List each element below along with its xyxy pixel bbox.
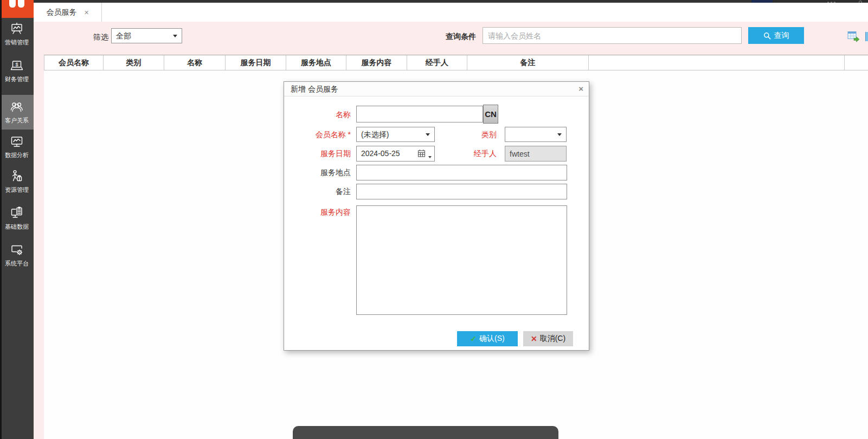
service-date-picker[interactable]: 2024-05-25 <box>356 146 435 162</box>
sidebar-item-basedata[interactable]: 基础数据 <box>0 206 34 236</box>
person-luggage-icon <box>9 169 24 184</box>
sidebar-item-analytics[interactable]: 数据分析 <box>0 134 34 165</box>
sidebar-item-resources[interactable]: 资源管理 <box>0 169 34 199</box>
presentation-chart-icon <box>9 22 24 37</box>
chevron-down-icon <box>428 156 432 158</box>
spreadsheet-export-icon <box>847 31 860 42</box>
content-left-gutter <box>34 55 44 439</box>
service-date-value: 2024-05-25 <box>361 146 400 161</box>
sidebar-item-label: 客户关系 <box>5 117 29 125</box>
tab-title: 会员服务 <box>46 8 76 17</box>
clipped-toolbar-icon[interactable] <box>865 32 868 41</box>
remark-input[interactable] <box>356 184 567 199</box>
column-header: 经手人 <box>407 55 467 70</box>
dialog-title: 新增 会员服务 <box>291 85 338 93</box>
column-header: 会员名称 <box>44 55 104 70</box>
sidebar-item-label: 数据分析 <box>5 151 29 159</box>
sidebar-item-customers[interactable]: 客户关系 <box>0 95 34 130</box>
service-location-input[interactable] <box>356 165 567 180</box>
export-excel-button[interactable] <box>847 31 860 42</box>
member-name-select[interactable]: (未选择) <box>356 127 435 142</box>
sidebar-item-label: 营销管理 <box>5 38 29 47</box>
column-header: 服务内容 <box>346 55 407 70</box>
sidebar-item-label: 基础数据 <box>5 223 29 231</box>
handler-label: 经手人 <box>436 146 497 161</box>
app-window: 营销管理 $ 财务管理 客户关系 <box>0 0 868 439</box>
svg-text:$: $ <box>15 62 18 67</box>
service-content-label: 服务内容 <box>284 204 351 220</box>
name-input[interactable] <box>356 106 483 122</box>
required-mark: * <box>348 130 351 139</box>
dialog-close-icon[interactable]: × <box>578 82 583 96</box>
service-date-label: 服务日期 <box>284 146 351 161</box>
chevron-down-icon <box>173 35 177 37</box>
sidebar-item-label: 财务管理 <box>5 75 29 83</box>
sidebar-item-finance[interactable]: $ 财务管理 <box>0 59 34 89</box>
name-label: 名称 <box>284 106 351 121</box>
cross-icon: ✕ <box>531 334 537 343</box>
customers-group-icon <box>9 100 24 115</box>
sidebar: 营销管理 $ 财务管理 客户关系 <box>0 0 34 439</box>
confirm-button-label: 确认(S) <box>479 334 505 344</box>
monitor-gear-icon <box>9 243 24 258</box>
table-header-row: 会员名称 类别 名称 服务日期 服务地点 服务内容 经手人 备注 <box>44 55 868 70</box>
column-header-filler <box>845 55 868 70</box>
dialog-new-member-service: 新增 会员服务 × 名称 CN 会员名称 * (未选择) 类别 服务日期 202… <box>284 81 589 351</box>
column-header: 名称 <box>164 55 226 70</box>
category-label: 类别 <box>436 127 497 142</box>
column-header: 类别 <box>104 55 164 70</box>
handler-input <box>505 146 567 162</box>
category-select[interactable] <box>505 127 567 142</box>
screen-left-edge <box>0 0 2 439</box>
check-icon: ✓ <box>470 334 477 343</box>
member-name-label: 会员名称 * <box>284 127 351 142</box>
search-button[interactable]: 查询 <box>748 27 804 44</box>
sidebar-item-platform[interactable]: 系统平台 <box>0 243 34 273</box>
tab-bar: 会员服务 × <box>34 3 868 22</box>
service-content-textarea[interactable] <box>356 205 567 315</box>
confirm-button[interactable]: ✓ 确认(S) <box>457 331 518 346</box>
search-icon <box>763 32 771 40</box>
cancel-button-label: 取消(C) <box>540 334 565 344</box>
column-header-empty <box>589 55 845 70</box>
taskbar-peek <box>293 426 558 439</box>
search-input[interactable] <box>483 27 742 44</box>
column-header: 服务地点 <box>286 55 346 70</box>
tab-close-icon[interactable]: × <box>84 9 88 16</box>
dialog-title-bar: 新增 会员服务 × <box>284 82 589 96</box>
sidebar-item-label: 资源管理 <box>5 186 29 194</box>
sidebar-item-label: 系统平台 <box>5 260 29 268</box>
column-header: 备注 <box>467 55 589 70</box>
remark-label: 备注 <box>284 184 351 199</box>
query-label: 查询条件 <box>446 32 476 42</box>
finance-laptop-icon: $ <box>9 59 24 74</box>
service-location-label: 服务地点 <box>284 165 351 180</box>
chevron-down-icon <box>557 133 562 136</box>
filter-select-value: 全部 <box>116 29 131 43</box>
filter-select[interactable]: 全部 <box>111 28 182 43</box>
chevron-down-icon <box>426 133 430 136</box>
monitor-analytics-icon <box>9 134 24 150</box>
storefront-icon <box>0 0 34 18</box>
tab-member-service[interactable]: 会员服务 × <box>34 3 102 22</box>
calendar-icon <box>417 149 426 158</box>
column-header: 服务日期 <box>226 55 286 70</box>
member-name-select-value: (未选择) <box>361 127 389 141</box>
sidebar-item-marketing[interactable]: 营销管理 <box>0 22 34 52</box>
app-logo[interactable] <box>0 0 34 18</box>
cancel-button[interactable]: ✕ 取消(C) <box>523 331 573 346</box>
monitor-clipboard-icon <box>9 206 24 221</box>
search-button-label: 查询 <box>774 31 789 41</box>
ime-indicator[interactable]: CN <box>483 105 498 124</box>
filter-label: 筛选 <box>93 33 108 42</box>
